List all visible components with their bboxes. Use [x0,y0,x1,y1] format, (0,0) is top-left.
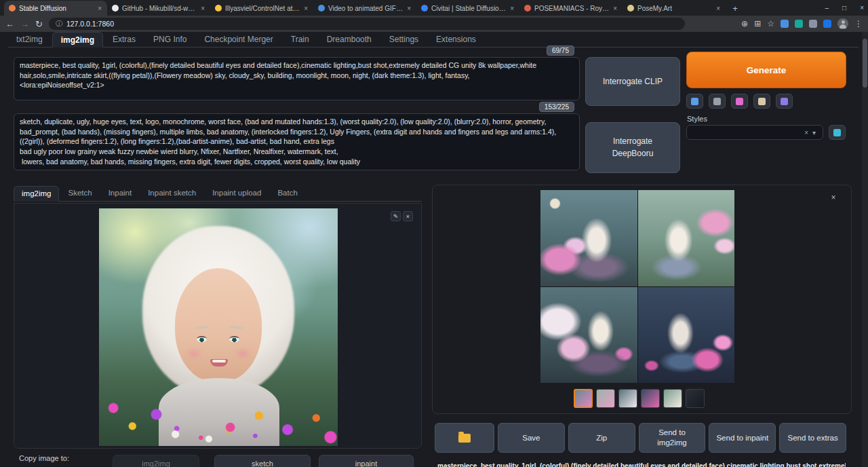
open-folder-button[interactable] [435,423,494,453]
interrogate-deepbooru-button[interactable]: Interrogate DeepBooru [585,122,680,173]
image-toolbar: ✎ × [391,211,413,221]
tab-close-icon[interactable]: × [509,5,515,12]
bookmark-star-icon[interactable]: ☆ [767,20,774,28]
gallery-thumbnails [574,389,705,408]
tab-close-icon[interactable]: × [715,5,721,12]
profile-avatar[interactable] [837,18,848,29]
tab-close-icon[interactable]: × [303,5,309,12]
tab-train[interactable]: Train [283,32,317,47]
edit-image-button[interactable]: ✎ [391,211,401,221]
extension-icon-1[interactable] [781,20,789,28]
reload-icon[interactable]: ↻ [35,20,43,29]
thumbnail-2[interactable] [596,389,615,408]
tab-close-icon[interactable]: × [97,5,102,12]
tab-png-info[interactable]: PNG Info [145,32,195,47]
generate-button[interactable]: Generate [686,52,846,88]
tab-checkpoint-merger[interactable]: Checkpoint Merger [196,32,281,47]
generated-image-3[interactable] [540,287,637,384]
browser-tab-gif-converter[interactable]: Video to animated GIF converter × [313,1,416,16]
save-button[interactable]: Save [498,423,565,453]
browser-tab-stable-diffusion[interactable]: Stable Diffusion × [4,1,107,16]
copy-to-inpaint-button[interactable]: inpaint [319,455,414,467]
tab-close-icon[interactable]: × [612,5,618,12]
browser-tab-posemyart[interactable]: PoseMy.Art × [623,1,726,16]
zoom-icon[interactable]: ⊕ [741,20,748,28]
clipboard-icon [833,129,841,136]
cast-icon[interactable]: ⊞ [754,20,761,28]
browser-tab-controlnet[interactable]: Illyasviel/ControlNet at main × [210,1,313,16]
new-tab-button[interactable]: + [728,1,742,15]
styles-refresh-button[interactable] [829,125,846,140]
tab-extensions[interactable]: Extensions [428,32,484,47]
app-nav-tabs: txt2img img2img Extras PNG Info Checkpoi… [8,32,859,48]
send-to-inpaint-button[interactable]: Send to inpaint [709,423,776,453]
save-style-button[interactable] [776,94,793,109]
tab-txt2img[interactable]: txt2img [8,32,51,47]
maximize-icon[interactable]: □ [842,4,846,12]
tab-close-icon[interactable]: × [200,5,205,12]
clear-prompt-button[interactable] [709,94,726,109]
prompt-input[interactable]: masterpiece, best quality, 1girl, (color… [14,57,580,100]
minimize-icon[interactable]: – [825,4,829,12]
chevron-down-icon[interactable]: ▾ [810,129,818,136]
portrait-eye [197,336,207,342]
tab-settings[interactable]: Settings [381,32,427,47]
generated-image-grid[interactable] [540,190,734,383]
subtab-batch[interactable]: Batch [270,186,304,201]
extra-networks-button[interactable] [731,94,748,109]
thumbnail-3[interactable] [618,389,637,408]
extension-icon-4[interactable] [823,20,831,28]
extension-icon-2[interactable] [795,20,803,28]
browser-tab-civitai[interactable]: Civitai | Stable Diffusion model… × [416,1,519,16]
apply-style-button[interactable] [753,94,770,109]
window-close-icon[interactable]: × [860,4,864,12]
send-to-extras-button[interactable]: Send to extras [779,423,846,453]
thumbnail-1[interactable] [574,389,593,408]
tab-favicon [9,5,16,12]
forward-icon[interactable]: → [20,20,29,29]
subtab-img2img[interactable]: img2img [14,186,59,202]
back-icon[interactable]: ← [5,20,14,29]
subtab-inpaint-sketch[interactable]: Inpaint sketch [140,186,203,201]
source-image-preview[interactable] [99,208,338,446]
remove-image-button[interactable]: × [403,211,413,221]
browser-menu-icon[interactable]: ⋮ [854,20,863,28]
scrollbar-thumb[interactable] [863,39,867,88]
generated-image-4[interactable] [638,287,735,384]
url-bar[interactable]: ⓘ 127.0.0.1:7860 [49,18,685,30]
site-info-icon[interactable]: ⓘ [56,19,62,29]
thumbnail-4[interactable] [641,389,660,408]
tab-dreambooth[interactable]: Dreambooth [319,32,380,47]
negative-prompt-input[interactable]: sketch, duplicate, ugly, huge eyes, text… [14,113,580,170]
generated-image-1[interactable] [540,190,637,286]
gallery-close-icon[interactable]: × [828,192,839,203]
paste-generation-params-button[interactable] [686,94,703,109]
subtab-inpaint-upload[interactable]: Inpaint upload [205,186,269,201]
close-icon: × [406,213,410,220]
address-bar-actions: ⊕ ⊞ ☆ ⋮ [741,18,863,29]
tab-favicon [318,5,325,12]
page-scrollbar[interactable] [862,32,868,467]
thumbnail-6[interactable] [686,389,705,408]
styles-dropdown[interactable]: × ▾ [686,125,823,140]
negative-token-counter: 153/225 [539,102,574,112]
copy-to-img2img-button[interactable]: img2img [113,455,199,467]
browser-tab-posemaniacs[interactable]: POSEMANIACS - Royalty free 3… × [519,1,623,16]
send-to-img2img-button[interactable]: Send to img2img [639,423,706,453]
subtab-sketch[interactable]: Sketch [60,186,99,201]
screen: Stable Diffusion × GitHub - Mikubill/sd-… [0,0,868,467]
tab-img2img[interactable]: img2img [52,32,103,48]
subtab-inpaint[interactable]: Inpaint [101,186,140,201]
thumbnail-5[interactable] [663,389,682,408]
generated-image-2[interactable] [638,190,735,286]
tab-extras[interactable]: Extras [104,32,144,47]
styles-clear-icon[interactable]: × [802,129,810,136]
interrogate-clip-button[interactable]: Interrogate CLIP [585,57,680,106]
extension-icon-3[interactable] [809,20,817,28]
copy-to-sketch-button[interactable]: sketch [214,455,311,467]
tab-close-icon[interactable]: × [406,5,412,12]
zip-button[interactable]: Zip [568,423,635,453]
tab-favicon [215,5,222,12]
folder-icon [458,434,471,443]
browser-tab-github[interactable]: GitHub - Mikubill/sd-webui-con… × [107,1,210,16]
